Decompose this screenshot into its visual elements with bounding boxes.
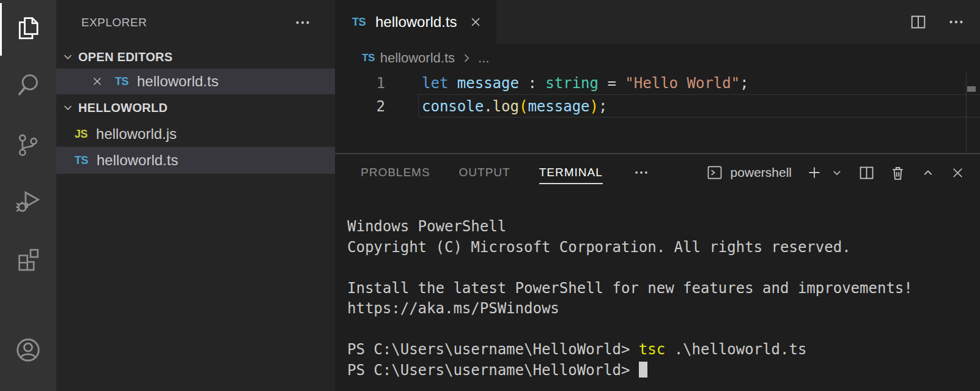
editor-tab-bar: TS helloworld.ts <box>335 0 980 44</box>
sidebar-title: EXPLORER <box>81 16 147 29</box>
close-icon[interactable] <box>468 15 483 29</box>
terminal-command: tsc <box>639 341 665 358</box>
close-panel-icon[interactable] <box>949 165 966 181</box>
code-editor[interactable]: 1 let message : string = "Hello World"; … <box>335 72 980 153</box>
terminal-active-prompt-line[interactable]: PS C:\Users\username\HelloWorld> <box>347 360 980 381</box>
overview-ruler <box>966 72 967 152</box>
tab-terminal[interactable]: TERMINAL <box>539 161 603 184</box>
file-item-helloworld-js[interactable]: JS helloworld.js <box>56 121 335 147</box>
search-icon <box>15 72 42 99</box>
ts-file-icon: TS <box>362 52 375 64</box>
code-text: let message : string = "Hello World"; <box>385 72 749 95</box>
code-line-1: 1 let message : string = "Hello World"; <box>335 72 980 95</box>
terminal-line: Install the latest PowerShell for new fe… <box>347 278 980 299</box>
terminal-prompt: PS C:\Users\username\HelloWorld> <box>347 362 639 379</box>
terminal-command-args: .\helloworld.ts <box>665 341 806 358</box>
source-control-icon <box>15 132 41 157</box>
tab-problems[interactable]: PROBLEMS <box>361 161 430 184</box>
terminal-prompt: PS C:\Users\username\HelloWorld> <box>347 341 639 358</box>
activity-item-search[interactable] <box>0 58 56 114</box>
activity-item-extensions[interactable] <box>0 231 56 288</box>
terminal-line: Windows PowerShell <box>347 217 980 237</box>
account-icon <box>14 336 42 364</box>
terminal-line: https://aka.ms/PSWindows <box>347 299 980 319</box>
file-name: helloworld.js <box>96 125 177 143</box>
split-editor-icon[interactable] <box>909 13 927 31</box>
activity-item-accounts[interactable] <box>0 322 56 378</box>
panel-more-tabs-icon[interactable] <box>633 164 650 181</box>
new-terminal-icon[interactable] <box>805 163 823 182</box>
ts-file-icon: TS <box>75 154 88 167</box>
activity-item-explorer[interactable] <box>0 0 56 56</box>
launch-profile-chevron-icon[interactable] <box>830 165 844 180</box>
explorer-sidebar: EXPLORER OPEN EDITORS TS helloworld.ts H… <box>56 0 335 391</box>
js-file-icon: JS <box>75 128 87 141</box>
file-item-helloworld-ts[interactable]: TS helloworld.ts <box>56 147 335 174</box>
ts-file-icon: TS <box>115 75 128 88</box>
activity-bar <box>0 0 56 391</box>
activity-item-source-control[interactable] <box>0 116 56 173</box>
chevron-down-icon <box>61 50 75 64</box>
terminal-output[interactable]: Windows PowerShell Copyright (C) Microso… <box>335 191 980 381</box>
shell-label: powershell <box>731 165 792 180</box>
bottom-panel: PROBLEMS OUTPUT TERMINAL powershell <box>335 153 980 391</box>
code-text: console.log(message); <box>385 95 607 118</box>
more-actions-icon[interactable] <box>947 13 965 31</box>
file-name: helloworld.ts <box>137 73 218 90</box>
breadcrumb[interactable]: TS helloworld.ts ... <box>335 44 980 72</box>
panel-header: PROBLEMS OUTPUT TERMINAL powershell <box>335 154 980 191</box>
terminal-line: Copyright (C) Microsoft Corporation. All… <box>347 237 980 258</box>
terminal-line <box>347 258 980 278</box>
chevron-down-icon <box>61 101 75 114</box>
extensions-icon <box>15 247 41 272</box>
close-icon[interactable] <box>90 75 104 88</box>
kill-terminal-trash-icon[interactable] <box>889 164 907 182</box>
sidebar-header: EXPLORER <box>56 0 335 45</box>
terminal-command-line: PS C:\Users\username\HelloWorld> tsc .\h… <box>347 340 980 360</box>
line-number: 2 <box>335 95 385 118</box>
run-and-debug-icon <box>15 188 42 215</box>
line-number: 1 <box>335 72 385 95</box>
section-label: OPEN EDITORS <box>78 50 172 64</box>
editor-area: TS helloworld.ts TS helloworld.ts ... 1 … <box>335 0 980 153</box>
open-editor-item-helloworld-ts[interactable]: TS helloworld.ts <box>56 69 335 94</box>
tab-label: helloworld.ts <box>375 13 457 31</box>
chevron-right-icon <box>460 52 473 64</box>
tab-helloworld-ts[interactable]: TS helloworld.ts <box>335 0 496 44</box>
code-line-2: 2 console.log(message); <box>335 95 980 118</box>
explorer-more-actions-icon[interactable] <box>293 13 312 32</box>
breadcrumb-file[interactable]: helloworld.ts <box>380 50 455 66</box>
scrollbar-decoration[interactable] <box>967 86 976 92</box>
files-icon <box>15 15 42 42</box>
section-helloworld-folder[interactable]: HELLOWORLD <box>56 94 335 121</box>
split-terminal-icon[interactable] <box>858 164 875 182</box>
terminal-line <box>347 319 980 340</box>
activity-item-run-debug[interactable] <box>0 173 56 229</box>
breadcrumb-symbols[interactable]: ... <box>478 50 489 66</box>
shell-selector[interactable]: powershell <box>706 164 792 181</box>
terminal-cursor <box>639 362 647 378</box>
terminal-shell-icon <box>706 164 723 181</box>
section-label: HELLOWORLD <box>78 101 168 115</box>
maximize-panel-chevron-up-icon[interactable] <box>920 165 936 181</box>
file-name: helloworld.ts <box>97 152 178 169</box>
ts-file-icon: TS <box>352 16 366 29</box>
editor-actions <box>909 0 965 44</box>
tab-output[interactable]: OUTPUT <box>459 161 510 184</box>
terminal-actions: powershell <box>706 163 980 182</box>
section-open-editors[interactable]: OPEN EDITORS <box>56 45 335 69</box>
